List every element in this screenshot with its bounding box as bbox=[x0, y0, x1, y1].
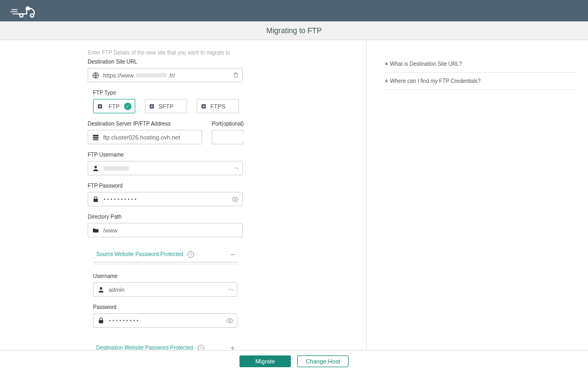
page-title: Migrating to FTP bbox=[266, 26, 321, 35]
label-src-username: Username bbox=[93, 273, 237, 279]
accordion-source-protected[interactable]: Source Website Password Protected ? − bbox=[93, 250, 237, 262]
dest-server-input[interactable] bbox=[88, 130, 202, 144]
form-panel: Enter FTP Details of the new site that y… bbox=[0, 40, 367, 350]
server-icon bbox=[91, 134, 100, 141]
ftp-type-ftp[interactable]: FTP ✓ bbox=[93, 99, 135, 113]
svg-rect-12 bbox=[94, 198, 98, 201]
svg-point-16 bbox=[229, 320, 231, 322]
dest-server-field[interactable] bbox=[100, 134, 198, 141]
change-host-button[interactable]: Change Host bbox=[297, 355, 349, 367]
svg-rect-15 bbox=[99, 320, 103, 323]
svg-rect-8 bbox=[93, 135, 99, 136]
truck-logo-icon bbox=[10, 1, 42, 20]
ftp-username-input[interactable]: ⤳ bbox=[88, 161, 243, 175]
port-input[interactable] bbox=[212, 130, 244, 144]
label-port: Port(optional) bbox=[212, 121, 244, 127]
transfer-icon bbox=[97, 103, 103, 110]
top-bar bbox=[0, 0, 588, 21]
dir-path-field[interactable] bbox=[100, 227, 239, 234]
svg-point-0 bbox=[20, 14, 23, 17]
svg-rect-9 bbox=[93, 137, 99, 138]
user-icon bbox=[91, 165, 100, 172]
label-dir-path: Directory Path bbox=[88, 214, 366, 220]
ftp-type-sftp[interactable]: SFTP bbox=[145, 99, 187, 113]
ftp-username-redacted bbox=[103, 166, 129, 170]
autofill-icon[interactable]: ⤳ bbox=[228, 286, 234, 293]
dest-url-input[interactable]: https://www. .fr/ bbox=[88, 68, 243, 82]
migrate-button[interactable]: Migrate bbox=[239, 355, 291, 367]
svg-point-11 bbox=[95, 166, 97, 168]
faq-panel: +What is Destination Site URL? +Where ca… bbox=[367, 40, 588, 350]
ftp-password-input[interactable]: •••••••••• bbox=[88, 192, 243, 206]
src-username-input[interactable]: ⤳ bbox=[93, 282, 237, 297]
dir-path-input[interactable] bbox=[88, 223, 243, 237]
lock-icon bbox=[97, 317, 105, 324]
dest-url-suffix: .fr/ bbox=[168, 72, 175, 79]
src-password-input[interactable]: ••••••••• bbox=[93, 313, 237, 328]
src-password-value: ••••••••• bbox=[105, 318, 226, 323]
collapse-icon: − bbox=[229, 250, 236, 259]
autofill-icon[interactable]: ⤳ bbox=[234, 165, 239, 172]
eye-icon[interactable] bbox=[231, 196, 239, 203]
svg-point-13 bbox=[234, 198, 236, 200]
check-icon: ✓ bbox=[124, 103, 131, 110]
plus-icon: + bbox=[385, 78, 388, 84]
src-username-field[interactable] bbox=[105, 286, 228, 293]
folder-icon bbox=[91, 227, 100, 234]
accordion-dest-protected[interactable]: Destination Website Password Protected ?… bbox=[93, 344, 237, 350]
svg-rect-10 bbox=[93, 139, 99, 140]
ftp-password-value: •••••••••• bbox=[100, 197, 231, 202]
label-ftp-type: FTP Type bbox=[93, 90, 366, 96]
svg-point-14 bbox=[100, 287, 103, 290]
help-icon[interactable]: ? bbox=[198, 345, 204, 350]
user-icon bbox=[97, 286, 105, 293]
intro-text: Enter FTP Details of the new site that y… bbox=[88, 50, 366, 56]
label-ftp-user: FTP Username bbox=[88, 152, 366, 158]
plus-icon: + bbox=[385, 61, 388, 67]
label-dest-url: Destination Site URL bbox=[88, 59, 366, 65]
svg-point-1 bbox=[30, 14, 34, 17]
dest-url-redacted bbox=[136, 73, 167, 78]
faq-item-dest-url[interactable]: +What is Destination Site URL? bbox=[385, 55, 576, 73]
label-ftp-pass: FTP Password bbox=[88, 183, 366, 189]
faq-item-ftp-creds[interactable]: +Where can I find my FTP Credentials? bbox=[385, 73, 576, 90]
label-src-password: Password bbox=[93, 304, 237, 310]
dest-url-prefix: https://www. bbox=[100, 72, 135, 79]
help-icon[interactable]: ? bbox=[188, 251, 194, 258]
footer-bar: Migrate Change Host bbox=[0, 350, 588, 372]
lock-icon bbox=[91, 196, 100, 203]
globe-icon bbox=[91, 72, 100, 79]
page-title-bar: Migrating to FTP bbox=[0, 21, 588, 40]
ftp-type-ftps[interactable]: FTPS bbox=[197, 99, 239, 113]
port-field[interactable] bbox=[215, 134, 292, 141]
transfer-icon bbox=[149, 103, 155, 110]
expand-icon: + bbox=[229, 344, 236, 350]
eye-icon[interactable] bbox=[226, 317, 234, 324]
clipboard-icon[interactable] bbox=[233, 72, 239, 79]
transfer-icon bbox=[200, 103, 207, 110]
label-dest-server: Destination Server IP/FTP Address bbox=[88, 121, 202, 127]
